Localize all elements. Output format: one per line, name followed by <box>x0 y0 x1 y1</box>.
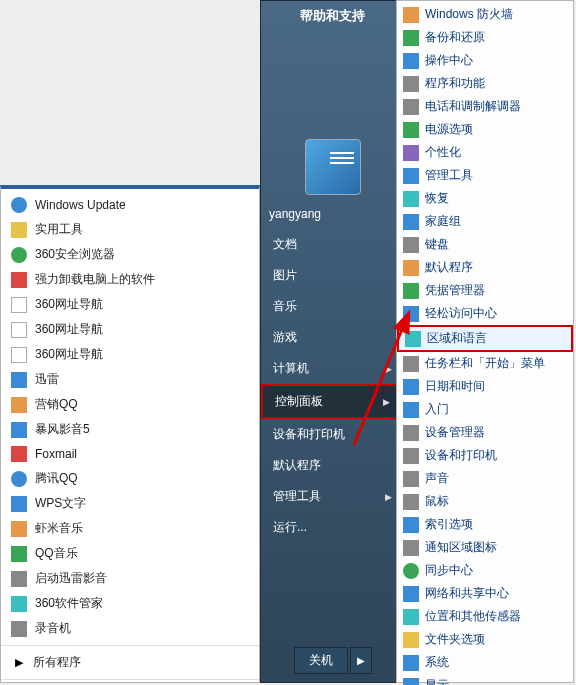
control-panel-label: 家庭组 <box>425 213 461 230</box>
program-item[interactable]: 启动迅雷影音 <box>1 566 259 591</box>
system-link-运行...[interactable]: 运行... <box>261 512 404 543</box>
program-item[interactable]: 360网址导航 <box>1 317 259 342</box>
system-link-管理工具[interactable]: 管理工具▶ <box>261 481 404 512</box>
program-item[interactable]: QQ音乐 <box>1 541 259 566</box>
control-panel-item[interactable]: 凭据管理器 <box>397 279 573 302</box>
qq-marketing-icon <box>11 397 27 413</box>
firewall-icon <box>403 7 419 23</box>
system-link-label: 管理工具 <box>273 488 321 505</box>
control-panel-item[interactable]: 操作中心 <box>397 49 573 72</box>
ease-access-icon <box>403 306 419 322</box>
system-icon <box>403 655 419 671</box>
system-link-label: 计算机 <box>273 360 309 377</box>
program-label: QQ音乐 <box>35 545 78 562</box>
submenu-arrow-icon: ▶ <box>383 397 390 407</box>
control-panel-item[interactable]: 任务栏和「开始」菜单 <box>397 352 573 375</box>
notification-icon <box>403 540 419 556</box>
system-link-控制面板[interactable]: 控制面板▶ <box>261 384 404 419</box>
programs-icon <box>403 76 419 92</box>
control-panel-item[interactable]: 网络和共享中心 <box>397 582 573 605</box>
system-link-游戏[interactable]: 游戏 <box>261 322 404 353</box>
control-panel-label: 管理工具 <box>425 167 473 184</box>
display-icon <box>403 678 419 686</box>
program-item[interactable]: 360网址导航 <box>1 342 259 367</box>
control-panel-item[interactable]: 区域和语言 <box>397 325 573 352</box>
shutdown-options-button[interactable]: ▶ <box>350 647 372 674</box>
control-panel-item[interactable]: 系统 <box>397 651 573 674</box>
control-panel-label: 入门 <box>425 401 449 418</box>
control-panel-item[interactable]: 管理工具 <box>397 164 573 187</box>
help-support-title[interactable]: 帮助和支持 <box>261 1 404 31</box>
control-panel-label: 显示 <box>425 677 449 685</box>
system-link-音乐[interactable]: 音乐 <box>261 291 404 322</box>
control-panel-label: 通知区域图标 <box>425 539 497 556</box>
recovery-icon <box>403 191 419 207</box>
start-menu-right-panel: 帮助和支持 yangyang 文档图片音乐游戏计算机▶控制面板▶设备和打印机默认… <box>260 0 405 683</box>
control-panel-item[interactable]: 电源选项 <box>397 118 573 141</box>
system-link-默认程序[interactable]: 默认程序 <box>261 450 404 481</box>
control-panel-item[interactable]: 同步中心 <box>397 559 573 582</box>
program-item[interactable]: Windows Update <box>1 193 259 217</box>
program-item[interactable]: 腾讯QQ <box>1 466 259 491</box>
control-panel-item[interactable]: 鼠标 <box>397 490 573 513</box>
control-panel-item[interactable]: 键盘 <box>397 233 573 256</box>
system-link-label: 控制面板 <box>275 393 323 410</box>
control-panel-item[interactable]: 恢复 <box>397 187 573 210</box>
system-link-文档[interactable]: 文档 <box>261 229 404 260</box>
system-link-计算机[interactable]: 计算机▶ <box>261 353 404 384</box>
program-item[interactable]: 虾米音乐 <box>1 516 259 541</box>
control-panel-label: 日期和时间 <box>425 378 485 395</box>
program-item[interactable]: 强力卸载电脑上的软件 <box>1 267 259 292</box>
program-item[interactable]: 暴风影音5 <box>1 417 259 442</box>
control-panel-label: Windows 防火墙 <box>425 6 513 23</box>
username-label[interactable]: yangyang <box>261 203 404 229</box>
program-item[interactable]: 录音机 <box>1 616 259 641</box>
control-panel-item[interactable]: 设备和打印机 <box>397 444 573 467</box>
program-item[interactable]: 营销QQ <box>1 392 259 417</box>
control-panel-item[interactable]: Windows 防火墙 <box>397 3 573 26</box>
control-panel-item[interactable]: 备份和还原 <box>397 26 573 49</box>
control-panel-item[interactable]: 个性化 <box>397 141 573 164</box>
control-panel-item[interactable]: 设备管理器 <box>397 421 573 444</box>
shutdown-button[interactable]: 关机 <box>294 647 348 674</box>
control-panel-item[interactable]: 索引选项 <box>397 513 573 536</box>
system-link-设备和打印机[interactable]: 设备和打印机 <box>261 419 404 450</box>
indexing-icon <box>403 517 419 533</box>
control-panel-item[interactable]: 文件夹选项 <box>397 628 573 651</box>
control-panel-item[interactable]: 显示 <box>397 674 573 685</box>
system-link-图片[interactable]: 图片 <box>261 260 404 291</box>
control-panel-label: 设备和打印机 <box>425 447 497 464</box>
all-programs-button[interactable]: ▶ 所有程序 <box>1 645 259 679</box>
control-panel-item[interactable]: 电话和调制解调器 <box>397 95 573 118</box>
360soft-icon <box>11 596 27 612</box>
program-item[interactable]: WPS文字 <box>1 491 259 516</box>
datetime-icon <box>403 379 419 395</box>
program-item[interactable]: 实用工具 <box>1 217 259 242</box>
control-panel-item[interactable]: 入门 <box>397 398 573 421</box>
control-panel-item[interactable]: 位置和其他传感器 <box>397 605 573 628</box>
qqmusic-icon <box>11 546 27 562</box>
program-item[interactable]: Foxmail <box>1 442 259 466</box>
program-item[interactable]: 360安全浏览器 <box>1 242 259 267</box>
control-panel-item[interactable]: 日期和时间 <box>397 375 573 398</box>
program-item[interactable]: 360软件管家 <box>1 591 259 616</box>
program-label: 录音机 <box>35 620 71 637</box>
personalize-icon <box>403 145 419 161</box>
control-panel-label: 程序和功能 <box>425 75 485 92</box>
user-avatar-icon[interactable] <box>305 139 361 195</box>
control-panel-item[interactable]: 默认程序 <box>397 256 573 279</box>
program-label: 强力卸载电脑上的软件 <box>35 271 155 288</box>
system-link-label: 游戏 <box>273 329 297 346</box>
control-panel-label: 个性化 <box>425 144 461 161</box>
control-panel-label: 电话和调制解调器 <box>425 98 521 115</box>
control-panel-item[interactable]: 通知区域图标 <box>397 536 573 559</box>
control-panel-item[interactable]: 程序和功能 <box>397 72 573 95</box>
control-panel-label: 轻松访问中心 <box>425 305 497 322</box>
control-panel-item[interactable]: 声音 <box>397 467 573 490</box>
control-panel-item[interactable]: 轻松访问中心 <box>397 302 573 325</box>
power-icon <box>403 122 419 138</box>
control-panel-item[interactable]: 家庭组 <box>397 210 573 233</box>
recorder-icon <box>11 621 27 637</box>
program-item[interactable]: 迅雷 <box>1 367 259 392</box>
program-item[interactable]: 360网址导航 <box>1 292 259 317</box>
